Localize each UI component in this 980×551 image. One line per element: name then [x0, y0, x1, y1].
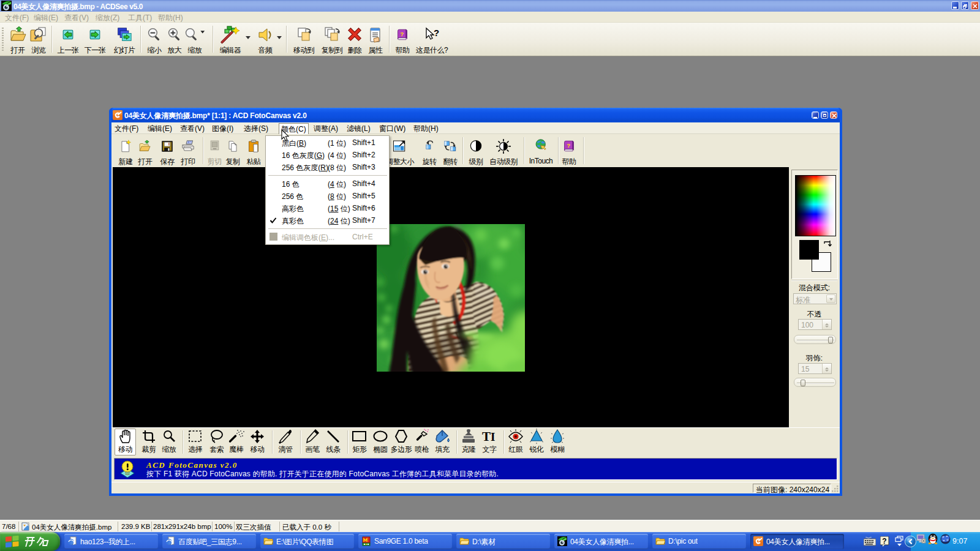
svg-text:?: ?	[400, 31, 404, 37]
svg-text:?: ?	[434, 28, 439, 38]
svg-text:?: ?	[882, 537, 886, 545]
